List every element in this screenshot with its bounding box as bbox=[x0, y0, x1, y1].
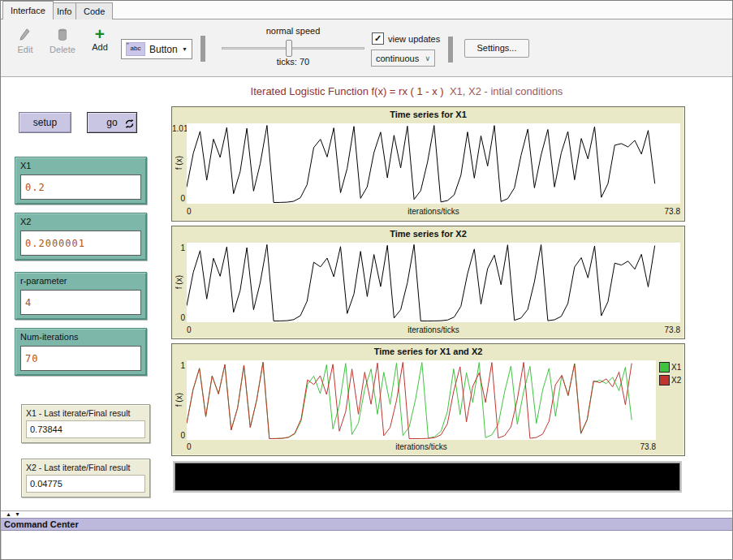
command-center-body[interactable] bbox=[1, 531, 732, 560]
input-num-iterations: Num-iterations bbox=[15, 328, 147, 376]
widget-type-value: Button bbox=[149, 44, 178, 55]
go-button[interactable]: go bbox=[87, 112, 137, 133]
output-area bbox=[173, 461, 682, 493]
plot1-ymin-label: 0 bbox=[172, 194, 185, 203]
plot3-ymin-label: 0 bbox=[172, 431, 185, 440]
monitor-x2-label: X2 - Last iterate/Final result bbox=[26, 463, 130, 472]
tab-bar: Interface Info Code bbox=[1, 1, 732, 19]
speed-slider-label: normal speed bbox=[222, 26, 364, 36]
input-r-parameter-label: r-parameter bbox=[20, 276, 67, 286]
view-updates-checkbox[interactable]: ✓ bbox=[372, 32, 384, 45]
speed-slider-track[interactable] bbox=[222, 47, 364, 50]
plot-time-series-x1-x2: Time series for X1 and X2 1 f (x) 0 X1 X… bbox=[171, 343, 685, 456]
toolbar-separator bbox=[448, 37, 453, 62]
plot2-ymin-label: 0 bbox=[172, 313, 185, 322]
plot3-xmax-label: 73.8 bbox=[187, 442, 656, 451]
plot3-area bbox=[187, 360, 656, 440]
plot1-xmax-label: 73.8 bbox=[187, 207, 680, 216]
plot2-area bbox=[187, 243, 680, 322]
series-X2 bbox=[187, 244, 655, 321]
x1-pen-swatch bbox=[659, 362, 670, 373]
monitor-x1-result: X1 - Last iterate/Final result 0.73844 bbox=[21, 404, 150, 443]
settings-button[interactable]: Settings... bbox=[464, 39, 529, 58]
splitter-arrows[interactable]: ▲▼ bbox=[6, 511, 24, 517]
monitor-x2-result: X2 - Last iterate/Final result 0.04775 bbox=[21, 459, 150, 498]
plot3-yaxis-label: f (x) bbox=[174, 360, 184, 440]
command-center-divider bbox=[1, 510, 732, 511]
plot1-area bbox=[187, 123, 680, 204]
chevron-down-icon: ∨ bbox=[425, 54, 430, 62]
add-button[interactable]: + Add bbox=[84, 28, 116, 52]
monitor-x2-value: 0.04775 bbox=[26, 475, 145, 493]
monitor-x1-label: X1 - Last iterate/Final result bbox=[26, 408, 130, 418]
monitor-x1-value: 0.73844 bbox=[26, 420, 145, 438]
plot3-legend: X1 X2 bbox=[659, 362, 681, 388]
input-num-iterations-field[interactable] bbox=[20, 346, 141, 371]
command-center-header: Command Center bbox=[1, 518, 732, 531]
speed-slider-thumb[interactable] bbox=[286, 40, 292, 57]
input-x2: X2 bbox=[15, 213, 147, 261]
delete-label: Delete bbox=[50, 45, 75, 54]
chevron-down-icon: ▼ bbox=[182, 46, 188, 52]
input-r-parameter-field[interactable] bbox=[20, 290, 141, 315]
input-x2-field[interactable] bbox=[20, 230, 141, 256]
edit-label: Edit bbox=[18, 45, 33, 54]
splitter-up-icon[interactable]: ▲ bbox=[6, 511, 15, 517]
tab-code[interactable]: Code bbox=[75, 2, 113, 19]
plot-time-series-x1: Time series for X1 1.01 f (x) 0 0 iterat… bbox=[171, 106, 685, 222]
plot2-title: Time series for X2 bbox=[172, 229, 684, 239]
update-mode-value: continuous bbox=[376, 54, 419, 63]
model-title-note: Iterated Logistic Function f(x) = rx ( 1… bbox=[131, 85, 683, 97]
forever-icon bbox=[125, 119, 134, 131]
legend-item-x2: X2 bbox=[659, 375, 681, 386]
legend-x2-label: X2 bbox=[671, 376, 681, 385]
edit-button[interactable]: Edit bbox=[7, 28, 43, 54]
toolbar: Edit Delete + Add abc Button ▼ normal sp… bbox=[1, 19, 732, 77]
go-label: go bbox=[106, 117, 117, 128]
title-main: Iterated Logistic Function f(x) = rx ( 1… bbox=[251, 85, 444, 97]
legend-item-x1: X1 bbox=[659, 362, 681, 373]
plot3-title: Time series for X1 and X2 bbox=[172, 347, 684, 356]
series-X1 bbox=[187, 126, 655, 203]
plot2-yaxis-label: f (x) bbox=[174, 243, 184, 322]
title-sub: X1, X2 - intial conditions bbox=[444, 85, 563, 97]
setup-button[interactable]: setup bbox=[19, 112, 71, 133]
plot1-title: Time series for X1 bbox=[172, 110, 684, 119]
input-x1-field[interactable] bbox=[20, 174, 141, 200]
input-x1: X1 bbox=[15, 157, 147, 205]
pencil-icon bbox=[19, 28, 31, 43]
x2-pen-swatch bbox=[659, 375, 670, 386]
setup-label: setup bbox=[33, 117, 57, 128]
view-updates-label: view updates bbox=[388, 34, 440, 44]
splitter-down-icon[interactable]: ▼ bbox=[15, 511, 24, 517]
plot-time-series-x2: Time series for X2 1 f (x) 0 0 iteration… bbox=[171, 226, 685, 339]
series-X1 bbox=[187, 362, 632, 438]
plot2-xmax-label: 73.8 bbox=[187, 325, 680, 334]
plot2-series bbox=[187, 243, 680, 322]
plus-icon: + bbox=[95, 28, 105, 41]
ticks-counter: ticks: 70 bbox=[222, 57, 364, 67]
input-x2-label: X2 bbox=[20, 217, 31, 226]
widget-type-dropdown[interactable]: abc Button ▼ bbox=[121, 39, 192, 59]
plot1-series bbox=[187, 123, 680, 204]
toolbar-separator bbox=[200, 36, 205, 62]
add-label: Add bbox=[92, 42, 108, 52]
update-mode-dropdown[interactable]: continuous ∨ bbox=[371, 50, 435, 67]
input-r-parameter: r-parameter bbox=[15, 272, 147, 320]
trash-icon bbox=[57, 28, 68, 43]
netlogo-window: Interface Info Code Edit Delete + Add ab… bbox=[0, 0, 733, 560]
input-x1-label: X1 bbox=[20, 161, 31, 170]
input-num-iterations-label: Num-iterations bbox=[20, 332, 79, 342]
plot3-series bbox=[187, 360, 656, 440]
tab-interface[interactable]: Interface bbox=[2, 1, 54, 19]
delete-button[interactable]: Delete bbox=[43, 28, 82, 54]
abc-widget-icon: abc bbox=[126, 42, 145, 56]
legend-x1-label: X1 bbox=[671, 363, 681, 372]
plot1-yaxis-label: f (x) bbox=[174, 123, 184, 203]
